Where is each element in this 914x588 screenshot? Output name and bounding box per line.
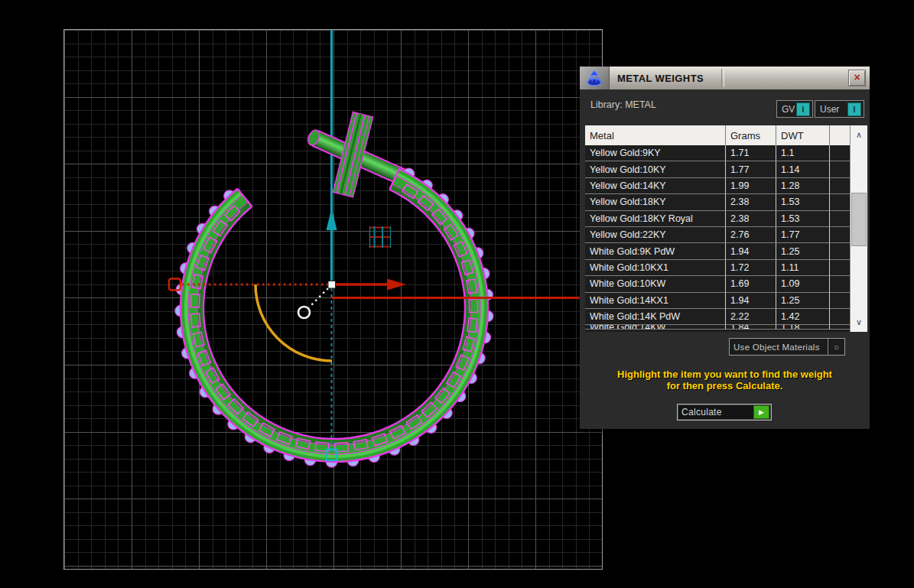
cell-grams[interactable]: 1.94 xyxy=(726,293,776,309)
column-header-dwt[interactable]: DWT xyxy=(776,125,830,145)
materials-dropdown-value: Use Object Materials xyxy=(730,343,828,352)
cell-metal[interactable]: White Gold:14KX1 xyxy=(585,293,726,309)
cursor-circle-icon[interactable] xyxy=(298,307,310,318)
gv-toggle-button[interactable]: GV I xyxy=(776,100,813,118)
table-row[interactable]: White Gold:9K PdW 1.94 1.25 xyxy=(585,243,851,259)
cell-metal[interactable]: White Gold:14K PdW xyxy=(585,309,726,325)
column-header-grams[interactable]: Grams xyxy=(726,125,776,145)
materials-dropdown[interactable]: Use Object Materials ○ xyxy=(729,338,845,356)
cell-metal[interactable]: Yellow Gold:18KY xyxy=(585,194,726,210)
close-icon[interactable]: × xyxy=(848,70,866,86)
table-row[interactable]: Yellow Gold:22KY 2.76 1.77 xyxy=(585,227,851,243)
gv-toggle-label: GV xyxy=(782,104,795,115)
table-row[interactable]: White Gold:14K PdW 2.22 1.42 xyxy=(585,309,851,325)
cell-grams[interactable]: 1.72 xyxy=(726,260,776,276)
y-axis-arrow-icon[interactable] xyxy=(327,208,337,230)
cell-grams[interactable]: 2.38 xyxy=(726,194,776,210)
table-row[interactable]: Yellow Gold:14KY 1.99 1.28 xyxy=(585,178,851,194)
table-row[interactable]: Yellow Gold:18KY 2.38 1.53 xyxy=(585,194,851,210)
cell-dwt[interactable]: 1.28 xyxy=(776,178,830,194)
frame-widget-icon[interactable] xyxy=(369,226,391,248)
metal-weights-panel: METAL WEIGHTS × Library: METAL GV I User… xyxy=(580,67,870,429)
cell-dwt[interactable]: 1.25 xyxy=(776,243,830,259)
cell-metal[interactable]: White Gold:10KX1 xyxy=(585,260,726,276)
cell-grams[interactable]: 1.71 xyxy=(726,145,776,161)
cell-dwt[interactable]: 1.25 xyxy=(776,293,830,309)
cell-dwt[interactable]: 1.14 xyxy=(776,161,830,177)
cell-grams[interactable]: 1.84 xyxy=(726,325,776,330)
table-row[interactable]: Yellow Gold:9KY 1.71 1.1 xyxy=(585,145,851,161)
cell-dwt[interactable]: 1.09 xyxy=(776,276,830,292)
cell-metal[interactable]: Yellow Gold:14KY xyxy=(585,178,726,194)
scroll-down-icon[interactable]: ∨ xyxy=(851,313,867,330)
calculate-button[interactable]: Calculate ▶ xyxy=(677,404,772,421)
cell-metal[interactable]: White Gold:10KW xyxy=(585,276,726,292)
panel-title: METAL WEIGHTS xyxy=(610,67,848,89)
cell-dwt[interactable]: 1.53 xyxy=(776,194,830,210)
cell-grams[interactable]: 2.38 xyxy=(726,211,776,227)
column-header-metal[interactable]: Metal xyxy=(585,125,726,145)
ring-end-caps xyxy=(238,169,399,206)
table-row[interactable]: Yellow Gold:10KY 1.77 1.14 xyxy=(585,161,851,177)
user-toggle-indicator-icon: I xyxy=(847,102,861,116)
cell-grams[interactable]: 1.77 xyxy=(726,161,776,177)
cell-metal[interactable]: White Gold:14KW xyxy=(585,325,726,330)
calculate-button-label: Calculate xyxy=(678,407,753,417)
radio-icon[interactable]: ○ xyxy=(828,339,844,355)
cell-metal[interactable]: Yellow Gold:22KY xyxy=(585,227,726,243)
cell-metal[interactable]: White Gold:9K PdW xyxy=(585,243,726,259)
table-row[interactable]: Yellow Gold:18KY Royal 2.38 1.53 xyxy=(585,211,851,227)
origin-handle[interactable] xyxy=(328,281,336,289)
cell-metal[interactable]: Yellow Gold:10KY xyxy=(585,161,726,177)
gv-toggle-indicator-icon: I xyxy=(796,102,810,116)
cursor-snap-dotted-line xyxy=(309,288,328,307)
panel-header[interactable]: METAL WEIGHTS × xyxy=(580,67,870,89)
play-icon: ▶ xyxy=(753,405,769,419)
cell-dwt[interactable]: 1.11 xyxy=(776,260,830,276)
table-row-partial[interactable]: White Gold:14KW 1.84 1.18 xyxy=(585,325,851,330)
instruction-line1: Highlight the item you want to find the … xyxy=(580,369,870,380)
cell-dwt[interactable]: 1.53 xyxy=(776,211,830,227)
cell-metal[interactable]: Yellow Gold:9KY xyxy=(585,145,726,161)
cell-dwt[interactable]: 1.77 xyxy=(776,227,830,243)
cell-dwt[interactable]: 1.18 xyxy=(776,325,830,330)
cell-dwt[interactable]: 1.42 xyxy=(776,309,830,325)
column-header-spacer xyxy=(830,125,851,145)
user-toggle-label: User xyxy=(820,104,839,115)
cell-grams[interactable]: 2.22 xyxy=(726,309,776,325)
cell-grams[interactable]: 1.94 xyxy=(726,243,776,259)
library-label: Library: METAL xyxy=(590,99,656,110)
scroll-up-icon[interactable]: ∧ xyxy=(851,126,867,143)
cell-dwt[interactable]: 1.1 xyxy=(776,145,830,161)
table-scrollbar[interactable]: ∧ ∨ xyxy=(850,125,867,332)
gem-icon xyxy=(580,67,610,89)
metal-table: Metal Grams DWT Yellow Gold:9KY 1.71 1.1… xyxy=(585,125,867,332)
user-toggle-button[interactable]: User I xyxy=(815,100,864,118)
table-header-row: Metal Grams DWT xyxy=(585,125,851,145)
scrollbar-thumb[interactable] xyxy=(851,193,867,246)
instruction-line2: for then press Calculate. xyxy=(580,380,870,391)
application-window: METAL WEIGHTS × Library: METAL GV I User… xyxy=(0,0,914,588)
table-row[interactable]: White Gold:14KX1 1.94 1.25 xyxy=(585,293,851,309)
cell-grams[interactable]: 1.99 xyxy=(726,178,776,194)
table-row[interactable]: White Gold:10KX1 1.72 1.11 xyxy=(585,260,851,276)
cell-grams[interactable]: 1.69 xyxy=(726,276,776,292)
instruction-text: Highlight the item you want to find the … xyxy=(580,369,870,391)
cell-grams[interactable]: 2.76 xyxy=(726,227,776,243)
x-axis-arrow-icon[interactable] xyxy=(387,279,406,291)
cell-metal[interactable]: Yellow Gold:18KY Royal xyxy=(585,211,726,227)
table-row[interactable]: White Gold:10KW 1.69 1.09 xyxy=(585,276,851,292)
